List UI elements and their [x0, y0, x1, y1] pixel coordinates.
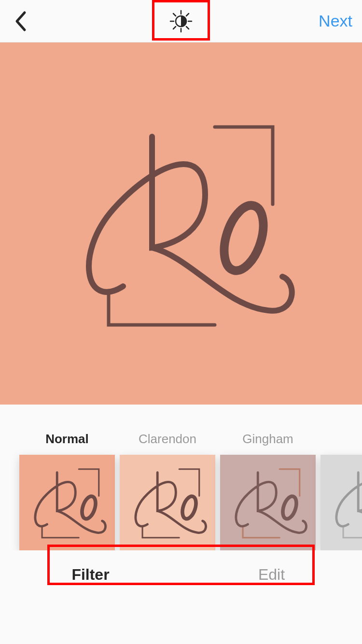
filter-label: Clarendon: [120, 432, 215, 446]
filters-row[interactable]: Normal Clarendon Gingham M: [0, 432, 362, 550]
svg-point-12: [280, 494, 299, 520]
lux-button[interactable]: [167, 8, 195, 35]
filters-area: Normal Clarendon Gingham M F: [0, 405, 362, 598]
filter-label: Normal: [19, 432, 115, 446]
filter-item-m[interactable]: M: [320, 432, 362, 550]
svg-point-11: [180, 494, 199, 520]
svg-line-5: [186, 27, 189, 29]
filter-thumbnail: [220, 455, 316, 550]
back-button[interactable]: [10, 11, 31, 32]
filter-item-normal[interactable]: Normal: [19, 432, 115, 550]
svg-line-7: [186, 14, 189, 16]
filter-item-clarendon[interactable]: Clarendon: [120, 432, 215, 550]
next-button[interactable]: Next: [319, 12, 352, 30]
brightness-icon: [169, 9, 193, 33]
filter-thumbnail: [19, 455, 115, 550]
tab-edit[interactable]: Edit: [181, 551, 362, 598]
tab-filter[interactable]: Filter: [0, 551, 181, 598]
filter-thumb-logo: [124, 459, 211, 546]
filter-label: M: [320, 432, 362, 446]
preview-logo: [56, 98, 306, 349]
filter-item-gingham[interactable]: Gingham: [220, 432, 316, 550]
filter-thumb-logo: [224, 459, 311, 546]
svg-line-6: [173, 27, 176, 29]
svg-point-9: [217, 200, 271, 275]
filter-thumbnail: [320, 455, 362, 550]
chevron-left-icon: [14, 11, 27, 32]
filter-thumb-logo: [325, 459, 362, 546]
svg-point-10: [80, 494, 98, 520]
filter-thumbnail: [120, 455, 215, 550]
svg-line-4: [173, 14, 176, 16]
header-bar: Next: [0, 0, 362, 42]
image-preview[interactable]: [0, 42, 362, 405]
filter-thumb-logo: [24, 459, 111, 546]
filter-label: Gingham: [220, 432, 316, 446]
bottom-tabs: Filter Edit: [0, 551, 362, 598]
